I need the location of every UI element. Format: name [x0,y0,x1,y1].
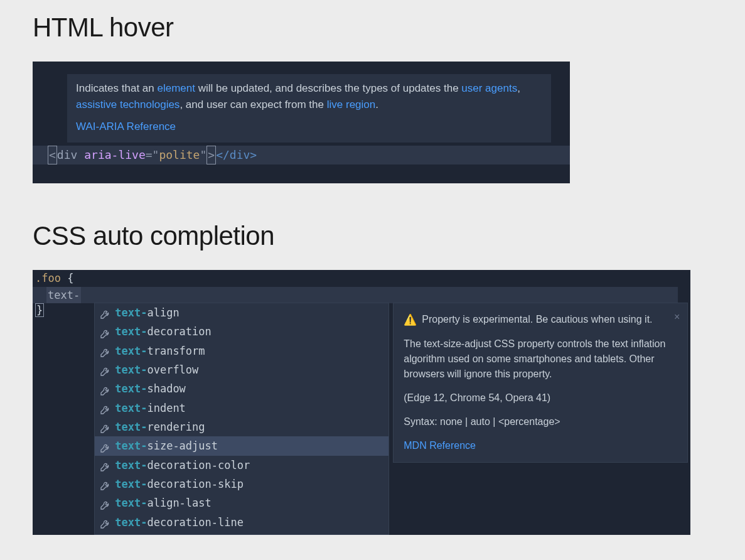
completion-match: text- [115,304,147,321]
completion-match: text- [115,343,147,359]
completion-match: text- [115,362,147,378]
completion-rest: size-adjust [147,438,218,454]
wrench-icon [100,384,110,394]
html-hover-section: HTML hover Indicates that an element wil… [0,13,745,183]
completion-item[interactable]: text-decoration-line [95,513,389,532]
completion-match: text- [115,495,147,511]
code-line[interactable]: .foo { [33,270,690,286]
tooltip-text: , [517,82,520,94]
code-line[interactable]: <div aria-live="polite"></div> [33,146,570,165]
wrench-icon [100,365,110,375]
completion-item[interactable]: text-rendering [95,417,389,436]
completion-item[interactable]: text-size-adjust [95,436,389,455]
wrench-icon [100,403,110,413]
tooltip-text: . [375,99,378,110]
css-selector: .foo [35,272,61,284]
completion-list: text-aligntext-decorationtext-transformt… [94,303,389,535]
code-eq: = [146,146,153,164]
completion-rest: align [147,304,179,321]
completion-item[interactable]: text-decoration-color [95,456,389,475]
warning-icon: ⚠️ [404,312,417,328]
completion-match: text- [115,400,147,416]
completion-rest: rendering [147,419,205,435]
section-heading: HTML hover [33,13,745,43]
completion-rest: decoration-color [147,457,250,473]
completion-rest: overflow [147,362,198,378]
completion-detail-panel: × ⚠️ Property is experimental. Be cautio… [393,303,688,463]
detail-syntax: Syntax: none | auto | <percentage> [404,414,677,429]
wrench-icon [100,346,110,356]
code-value: polite [159,146,200,164]
completion-rest: align-last [147,495,211,511]
code-punct: < [48,146,57,165]
css-brace: { [67,272,73,284]
completion-item[interactable]: text-decoration [95,322,389,341]
completion-item[interactable]: text-decoration-skip [95,475,389,493]
section-heading: CSS auto completion [33,221,745,251]
hover-tooltip: Indicates that an element will be update… [67,74,551,143]
mdn-reference-link[interactable]: MDN Reference [404,440,476,451]
code-punct: > [206,146,216,165]
code-quote: " [200,146,206,164]
wrench-icon [100,441,110,451]
editor-panel: Indicates that an element will be update… [33,62,570,183]
wrench-icon [100,498,110,509]
tooltip-text: , and user can expect from the [180,99,326,110]
tooltip-text: Indicates that an [76,82,157,94]
completion-rest: decoration-line [147,514,244,530]
completion-match: text- [115,438,147,454]
wrench-icon [100,517,110,527]
completion-item[interactable]: text-indent [95,399,389,417]
completion-match: text- [115,514,147,530]
editor-panel: .foo { text- } text-aligntext-decoration… [33,270,690,535]
completion-match: text- [115,476,147,492]
completion-match: text- [115,380,147,397]
completion-item[interactable]: text-transform [95,342,389,360]
completion-match: text- [115,457,147,473]
wrench-icon [100,327,110,337]
completion-item[interactable]: text-shadow [95,379,389,398]
warning-text: Property is experimental. Be cautious wh… [422,312,652,327]
wrench-icon [100,460,110,470]
completion-rest: shadow [147,380,185,397]
code-quote: " [153,146,159,164]
completion-rest: decoration-skip [147,476,244,492]
tooltip-text: will be updated, and describes the types… [195,82,461,94]
detail-description: The text-size-adjust CSS property contro… [404,337,677,382]
completion-rest: indent [147,400,185,416]
link-element[interactable]: element [157,82,195,94]
completion-match: text- [115,419,147,435]
link-live-region[interactable]: live region [327,99,376,110]
wrench-icon [100,479,110,489]
link-user-agents[interactable]: user agents [461,82,517,94]
detail-support: (Edge 12, Chrome 54, Opera 41) [404,390,677,406]
code-closing-tag: </div> [216,146,257,164]
css-brace: } [35,303,44,317]
css-typed-text: text- [46,287,81,303]
close-icon[interactable]: × [674,310,680,325]
css-autocompletion-section: CSS auto completion .foo { text- } text-… [0,221,745,535]
code-attr: aria-live [84,146,146,164]
wai-aria-reference-link[interactable]: WAI-ARIA Reference [76,119,542,135]
completion-item[interactable]: text-align [95,303,389,322]
completion-match: text- [115,323,147,340]
code-tag: div [57,146,78,164]
code-line[interactable]: text- [33,287,678,303]
completion-rest: transform [147,343,205,359]
completion-rest: decoration [147,323,211,340]
wrench-icon [100,422,110,432]
wrench-icon [100,308,110,318]
link-assistive-technologies[interactable]: assistive technologies [76,99,180,110]
completion-item[interactable]: text-align-last [95,493,389,512]
completion-item[interactable]: text-overflow [95,360,389,379]
